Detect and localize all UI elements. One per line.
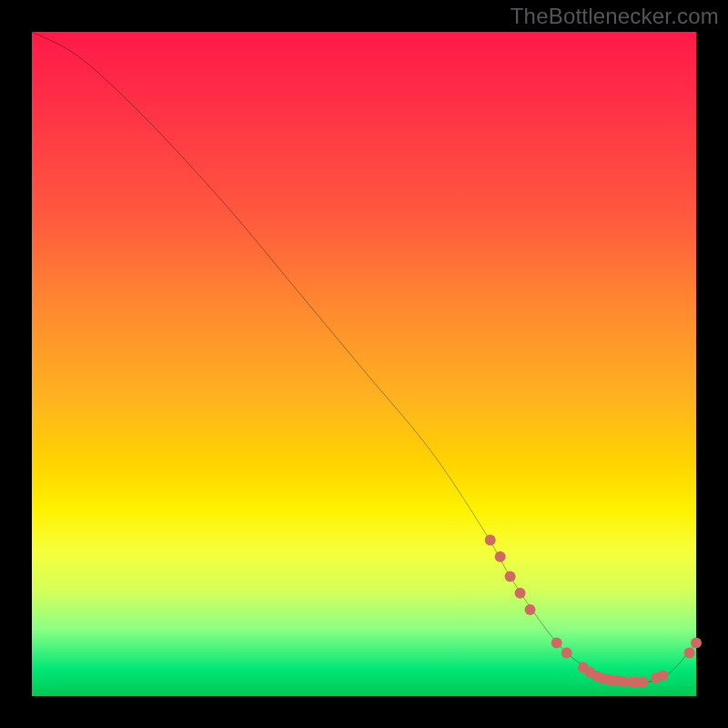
highlight-dot xyxy=(495,551,506,562)
highlight-dot xyxy=(505,571,516,582)
curve-layer xyxy=(32,32,696,696)
highlight-dots-group xyxy=(485,534,702,687)
chart-frame: TheBottlenecker.com xyxy=(0,0,728,728)
highlight-dot xyxy=(658,670,669,681)
highlight-dot xyxy=(638,677,649,688)
highlight-dot xyxy=(525,604,536,615)
attribution-text: TheBottlenecker.com xyxy=(511,4,719,29)
highlight-dot xyxy=(551,638,562,649)
highlight-dot xyxy=(561,648,572,659)
highlight-dot xyxy=(485,534,496,545)
highlight-dot xyxy=(684,648,695,659)
highlight-dot xyxy=(691,638,702,649)
plot-area xyxy=(32,32,696,696)
highlight-dot xyxy=(515,588,526,599)
bottleneck-curve-path xyxy=(32,32,696,683)
